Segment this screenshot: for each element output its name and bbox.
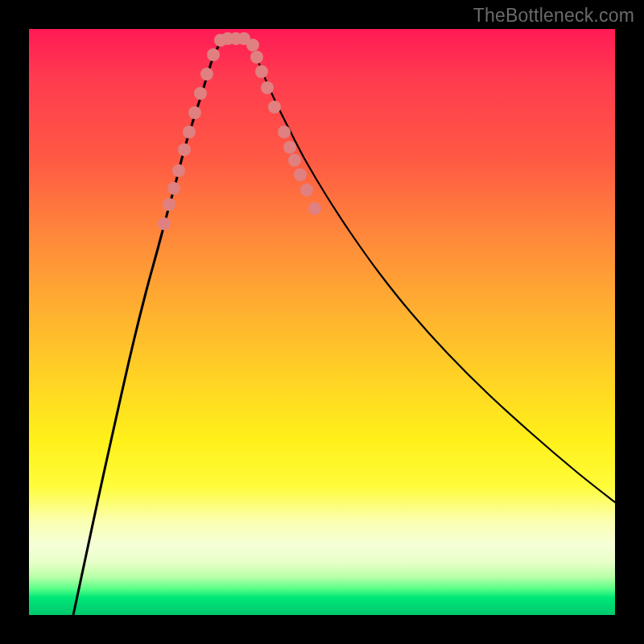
data-marker <box>158 217 171 230</box>
curve-left <box>73 40 221 615</box>
curve-svg <box>29 29 615 615</box>
data-marker <box>261 81 274 94</box>
data-marker <box>183 126 196 138</box>
markers-right-group <box>246 39 321 215</box>
data-marker <box>250 51 263 64</box>
data-marker <box>255 65 268 78</box>
data-marker <box>178 143 191 156</box>
data-marker <box>167 182 180 195</box>
data-marker <box>200 68 213 80</box>
watermark-label: TheBottleneck.com <box>473 5 634 27</box>
data-marker <box>278 126 291 138</box>
data-marker <box>300 184 313 196</box>
data-marker <box>294 168 307 181</box>
data-marker <box>163 198 175 211</box>
data-marker <box>308 202 321 215</box>
plot-area <box>29 29 615 615</box>
data-marker <box>207 48 220 61</box>
chart-frame: TheBottleneck.com <box>0 0 644 644</box>
data-marker <box>246 39 259 52</box>
data-marker <box>172 164 185 177</box>
markers-left-group <box>158 32 250 230</box>
data-marker <box>288 154 301 167</box>
curve-right <box>250 40 615 502</box>
data-marker <box>188 106 201 119</box>
data-marker <box>283 141 296 154</box>
data-marker <box>194 87 207 100</box>
data-marker <box>268 101 281 114</box>
